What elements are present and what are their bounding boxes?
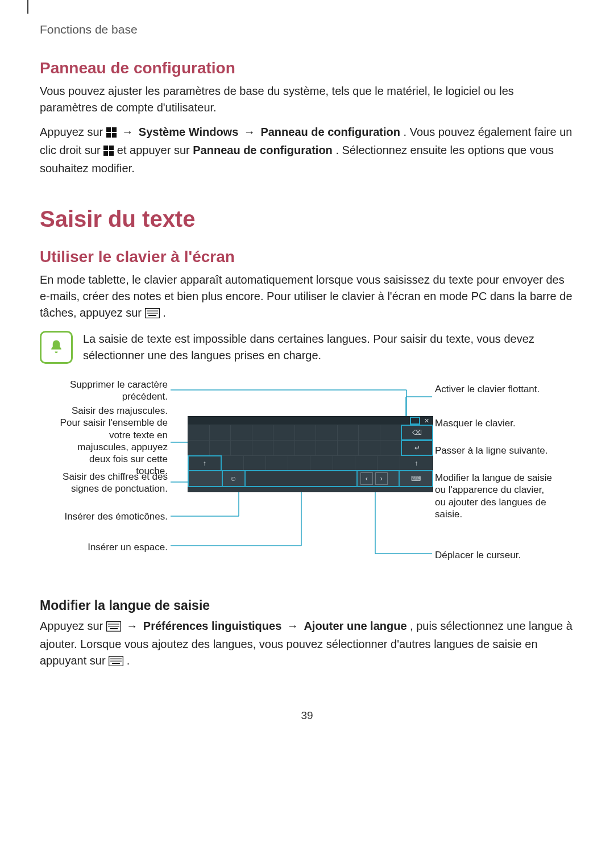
svg-rect-4 [103, 146, 108, 150]
section-heading-config: Panneau de configuration [40, 59, 574, 77]
arrow: → [285, 620, 304, 632]
svg-rect-1 [112, 127, 117, 132]
callout-hide: Masquer le clavier. [435, 417, 554, 429]
backspace-key-icon: ⌫ [401, 425, 433, 440]
svg-rect-0 [106, 127, 111, 132]
callout-backspace: Supprimer le caractère précédent. [57, 379, 168, 403]
symbols-key [188, 471, 222, 487]
arrow: → [242, 126, 261, 138]
callout-symbols: Saisir des chiffres et des signes de pon… [57, 471, 168, 495]
callout-shift: Saisir des majuscules. Pour saisir l'ens… [57, 405, 168, 477]
svg-rect-5 [109, 146, 114, 150]
config-steps-text: Appuyez sur → Système Windows → Panneau … [40, 124, 574, 177]
bold-text: Ajouter une langue [304, 620, 406, 632]
shift-key-icon: ↑ [188, 456, 221, 471]
svg-rect-7 [109, 151, 114, 156]
bold-text: Préférences linguistiques [143, 620, 281, 632]
arrow: → [119, 126, 139, 138]
subsection-heading-changelang: Modifier la langue de saisie [40, 598, 574, 613]
svg-rect-2 [106, 133, 111, 138]
svg-rect-6 [103, 151, 108, 156]
bold-text: Panneau de configuration [193, 144, 333, 156]
keyboard-settings-icon [106, 620, 121, 636]
text: . [127, 654, 130, 667]
callout-enter: Passer à la ligne suivante. [435, 445, 554, 456]
callout-floating: Activer le clavier flottant. [435, 383, 554, 395]
page-edge-mark [27, 0, 28, 14]
manual-page: Fonctions de base Panneau de configurati… [0, 0, 614, 756]
cursor-left-icon: ‹ [360, 472, 373, 485]
close-kbd-icon: ✕ [424, 417, 429, 425]
note-text: La saisie de texte est impossible dans c… [83, 331, 574, 364]
shift-right-key-icon: ↑ [400, 456, 433, 471]
bold-text: Panneau de configuration [260, 126, 400, 138]
svg-rect-3 [112, 133, 117, 138]
callout-lang: Modifier la langue de saisie ou l'appare… [435, 472, 557, 520]
keyboard-icon [109, 654, 123, 671]
subsection-heading-onscreenkb: Utiliser le clavier à l'écran [40, 248, 574, 266]
lang-settings-key-icon: ⌨ [399, 471, 433, 487]
on-screen-keyboard: ✕ ⌫ ↵ ↑ ↑ ☺ ‹ › [188, 416, 433, 492]
callout-cursor: Déplacer le curseur. [435, 549, 554, 561]
enter-key-icon: ↵ [401, 441, 433, 455]
start-menu-icon [106, 126, 117, 142]
section-heading-entertext: Saisir du texte [40, 206, 574, 232]
onscreen-kb-text: En mode tablette, le clavier apparaît au… [40, 272, 574, 323]
callout-space: Insérer un espace. [57, 541, 168, 553]
cursor-right-icon: › [375, 472, 388, 485]
changelang-text: Appuyez sur → Préférences linguistiques … [40, 618, 574, 671]
keyboard-diagram: Supprimer le caractère précédent. Saisir… [57, 375, 557, 580]
space-key [245, 471, 357, 487]
float-button-icon [410, 417, 420, 424]
text: Appuyez sur [40, 620, 106, 632]
page-number: 39 [40, 709, 574, 722]
bold-text: Système Windows [139, 126, 238, 138]
text: Appuyez sur [40, 126, 106, 138]
note-bell-icon [40, 331, 73, 364]
keyboard-icon [145, 306, 160, 323]
text: . [163, 306, 166, 319]
start-menu-icon [103, 144, 114, 160]
cursor-keys-group: ‹ › [357, 471, 400, 487]
note-callout: La saisie de texte est impossible dans c… [40, 331, 574, 364]
emoji-key-icon: ☺ [222, 471, 245, 487]
text: En mode tablette, le clavier apparaît au… [40, 273, 572, 319]
text: et appuyer sur [117, 144, 193, 156]
arrow: → [124, 620, 143, 632]
breadcrumb: Fonctions de base [40, 23, 574, 36]
config-intro-text: Vous pouvez ajuster les paramètres de ba… [40, 83, 574, 116]
callout-emoji: Insérer des émoticônes. [57, 510, 168, 522]
